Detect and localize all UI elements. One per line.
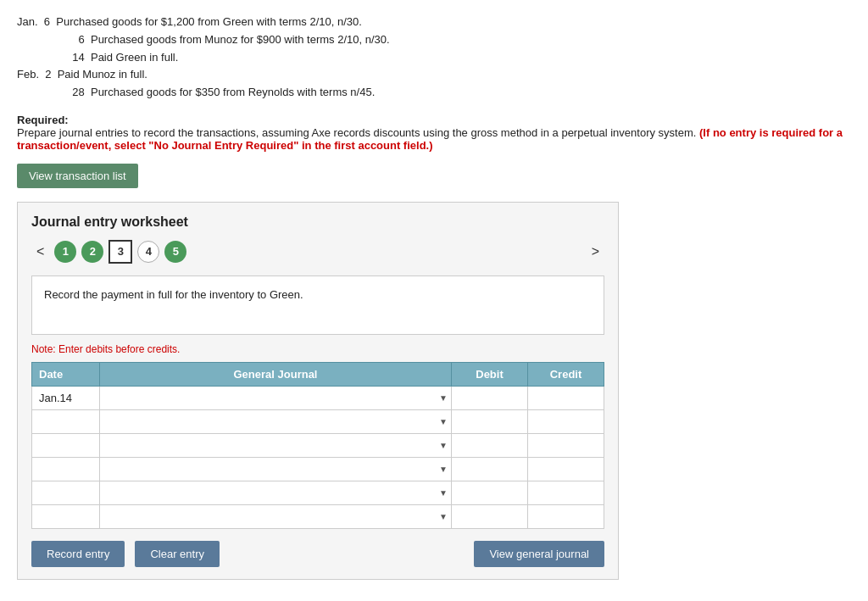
table-row: ▼ xyxy=(32,504,604,528)
row2-credit-cell xyxy=(528,409,604,433)
row2-credit-input[interactable] xyxy=(528,410,604,433)
nav-prev-button[interactable]: < xyxy=(31,242,49,261)
row4-credit-cell xyxy=(528,457,604,481)
row2-debit-input[interactable] xyxy=(452,410,527,433)
row2-debit-cell xyxy=(452,409,528,433)
nav-next-button[interactable]: > xyxy=(587,242,604,261)
instruction-text: Record the payment in full for the inven… xyxy=(44,288,303,301)
row5-debit-cell xyxy=(452,481,528,504)
table-row: Jan.14 ▼ xyxy=(32,386,604,409)
view-transaction-button[interactable]: View transaction list xyxy=(17,164,138,188)
nav-row: < 1 2 3 4 5 > xyxy=(31,240,604,264)
row4-debit-cell xyxy=(452,457,528,481)
row5-journal-input[interactable] xyxy=(100,481,451,504)
row4-debit-input[interactable] xyxy=(452,458,527,481)
row1-journal-cell: ▼ xyxy=(100,386,452,409)
row4-credit-input[interactable] xyxy=(528,458,604,481)
line-feb28: 28 Purchased goods for $350 from Reynold… xyxy=(51,86,375,98)
table-row: ▼ xyxy=(32,481,604,504)
row4-journal-input[interactable] xyxy=(100,458,451,481)
row1-credit-input[interactable] xyxy=(528,387,604,409)
nav-item-1[interactable]: 1 xyxy=(54,241,76,263)
row6-credit-cell xyxy=(528,504,604,528)
line-jan6b: 6 Purchased goods from Munoz for $900 wi… xyxy=(51,33,390,46)
problem-text: Jan. 6 Purchased goods for $1,200 from G… xyxy=(17,14,851,102)
note-debits: Note: Enter debits before credits. xyxy=(31,343,604,355)
view-general-journal-button[interactable]: View general journal xyxy=(474,541,604,567)
line-feb2: Feb. 2 Paid Munoz in full. xyxy=(17,68,147,81)
nav-item-2[interactable]: 2 xyxy=(81,241,103,263)
row3-credit-cell xyxy=(528,433,604,457)
nav-item-3[interactable]: 3 xyxy=(108,240,132,264)
row6-debit-cell xyxy=(452,504,528,528)
required-label: Required: xyxy=(17,114,69,126)
table-row: ▼ xyxy=(32,433,604,457)
line-jan6a: Jan. 6 Purchased goods for $1,200 from G… xyxy=(17,15,362,28)
row2-journal-cell: ▼ xyxy=(100,409,452,433)
row3-journal-cell: ▼ xyxy=(100,433,452,457)
table-row: ▼ xyxy=(32,457,604,481)
row5-debit-input[interactable] xyxy=(452,481,527,504)
row5-date xyxy=(32,481,100,504)
row2-journal-input[interactable] xyxy=(100,410,451,433)
row6-journal-input[interactable] xyxy=(100,505,451,528)
journal-table: Date General Journal Debit Credit Jan.14… xyxy=(31,362,604,529)
row4-journal-cell: ▼ xyxy=(100,457,452,481)
line-jan14: 14 Paid Green in full. xyxy=(51,51,178,64)
header-credit: Credit xyxy=(528,362,604,386)
record-entry-button[interactable]: Record entry xyxy=(31,541,125,567)
header-date: Date xyxy=(32,362,100,386)
row1-journal-input[interactable] xyxy=(100,387,451,409)
row3-journal-input[interactable] xyxy=(100,434,451,457)
row3-debit-cell xyxy=(452,433,528,457)
required-section: Required: Prepare journal entries to rec… xyxy=(17,114,851,152)
clear-entry-button[interactable]: Clear entry xyxy=(135,541,220,567)
row6-journal-cell: ▼ xyxy=(100,504,452,528)
row1-debit-input[interactable] xyxy=(452,387,527,409)
nav-item-4[interactable]: 4 xyxy=(137,241,159,263)
button-row: Record entry Clear entry View general jo… xyxy=(31,541,604,567)
row2-date xyxy=(32,409,100,433)
row5-credit-cell xyxy=(528,481,604,504)
row6-credit-input[interactable] xyxy=(528,505,604,528)
required-text: Prepare journal entries to record the tr… xyxy=(17,126,696,139)
row3-debit-input[interactable] xyxy=(452,434,527,457)
row1-date: Jan.14 xyxy=(32,386,100,409)
worksheet-container: Journal entry worksheet < 1 2 3 4 5 > Re… xyxy=(17,202,619,580)
row3-date xyxy=(32,433,100,457)
nav-item-5[interactable]: 5 xyxy=(164,241,186,263)
row4-date xyxy=(32,457,100,481)
table-row: ▼ xyxy=(32,409,604,433)
row6-date xyxy=(32,504,100,528)
worksheet-title: Journal entry worksheet xyxy=(31,214,604,230)
row3-credit-input[interactable] xyxy=(528,434,604,457)
row6-debit-input[interactable] xyxy=(452,505,527,528)
row5-credit-input[interactable] xyxy=(528,481,604,504)
instruction-box: Record the payment in full for the inven… xyxy=(31,275,604,335)
row1-debit-cell xyxy=(452,386,528,409)
row1-credit-cell xyxy=(528,386,604,409)
header-journal: General Journal xyxy=(100,362,452,386)
row5-journal-cell: ▼ xyxy=(100,481,452,504)
header-debit: Debit xyxy=(452,362,528,386)
